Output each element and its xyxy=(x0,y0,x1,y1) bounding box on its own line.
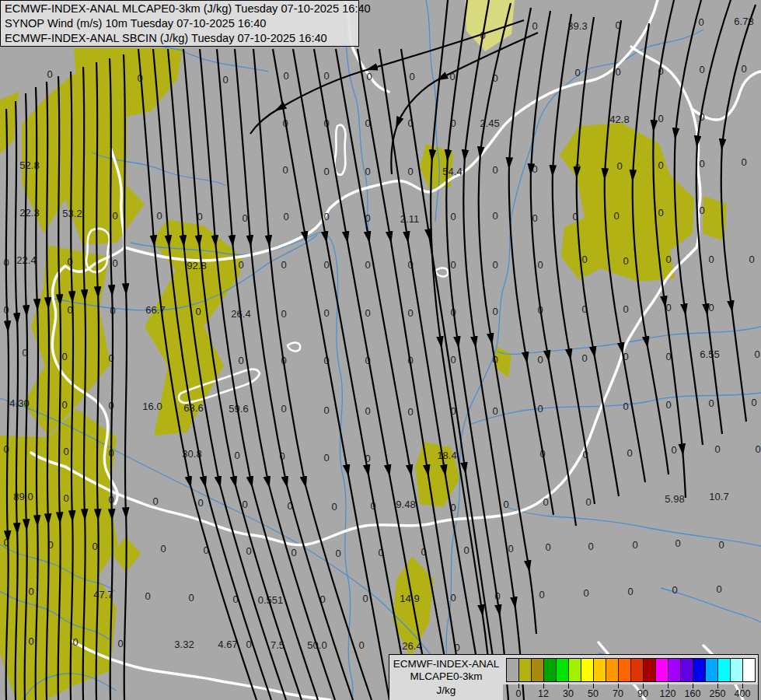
station-value-zero: 0 xyxy=(281,259,286,271)
station-value: 92.8 xyxy=(187,260,206,271)
station-value-zero: 0 xyxy=(581,352,587,364)
station-value-zero: 0 xyxy=(532,20,537,32)
station-value: 10.7 xyxy=(709,491,728,502)
station-value-zero: 0 xyxy=(156,210,162,222)
legend-color-swatch xyxy=(731,658,743,682)
legend-swatch-row xyxy=(506,658,756,681)
legend-tick-label: 120 xyxy=(660,688,676,699)
station-value-zero: 0 xyxy=(281,308,286,320)
station-value-zero: 0 xyxy=(323,452,329,464)
legend-color-swatch xyxy=(668,658,681,682)
station-value: 42.8 xyxy=(609,114,629,125)
station-value-zero: 0 xyxy=(532,163,537,175)
station-value: 2.11 xyxy=(400,213,419,225)
legend-text-panel: ECMWF-INDEX-ANAL MLCAPE0-3km J/kg xyxy=(389,655,503,700)
legend-tick-label: 400 xyxy=(735,688,751,699)
legend-tick-label: 90 xyxy=(637,688,648,699)
station-value-zero: 0 xyxy=(246,545,251,557)
station-value: 2.45 xyxy=(480,117,499,129)
station-value-zero: 0 xyxy=(61,351,67,362)
station-value-zero: 0 xyxy=(714,443,720,455)
station-value-zero: 0 xyxy=(282,164,288,176)
station-value-zero: 0 xyxy=(632,539,637,551)
station-value-zero: 0 xyxy=(335,548,340,559)
legend-color-swatch xyxy=(519,658,532,682)
legend-tick-label: 160 xyxy=(685,688,701,699)
station-value-zero: 0 xyxy=(708,397,714,409)
legend-tick-label: 50 xyxy=(588,688,599,699)
legend-tick-label: 250 xyxy=(710,688,726,699)
station-value: 18.4 xyxy=(437,450,456,461)
station-value-zero: 0 xyxy=(698,16,703,28)
legend-color-swatch xyxy=(681,658,693,682)
legend-color-swatch xyxy=(743,658,756,682)
legend-tick-label: 0 xyxy=(516,688,522,699)
station-value-zero: 0 xyxy=(63,492,68,504)
station-value-zero: 0 xyxy=(365,259,370,271)
station-value: 47.7 xyxy=(93,589,113,600)
title-line-sbcin: ECMWF-INDEX-ANAL SBCIN (J/kg) Tuesday 07… xyxy=(5,31,358,46)
station-value-zero: 0 xyxy=(749,254,754,265)
station-value-zero: 0 xyxy=(615,66,620,78)
legend-color-swatch xyxy=(693,658,706,682)
station-value: 63.6 xyxy=(183,402,203,414)
legend-color-swatch xyxy=(656,658,668,682)
station-value-zero: 0 xyxy=(63,446,68,457)
station-value-zero: 0 xyxy=(574,67,580,79)
station-value-zero: 0 xyxy=(197,497,203,509)
station-value-zero: 0 xyxy=(362,593,368,604)
station-value-zero: 0 xyxy=(358,639,364,651)
station-value-zero: 0 xyxy=(47,68,52,80)
map-title-box: ECMWF-INDEX-ANAL MLCAPE0-3km (J/kg) Tues… xyxy=(0,0,359,47)
station-value-zero: 0 xyxy=(92,541,97,552)
station-value-zero: 0 xyxy=(28,586,33,597)
station-value-zero: 0 xyxy=(741,63,746,75)
legend-model-name: ECMWF-INDEX-ANAL xyxy=(389,658,503,670)
legend-color-swatch xyxy=(606,658,619,682)
station-value-zero: 0 xyxy=(675,537,680,549)
station-value-zero: 0 xyxy=(503,499,508,510)
legend-color-swatch xyxy=(706,658,718,682)
station-value: 9.48 xyxy=(396,499,415,510)
station-value-zero: 0 xyxy=(537,354,543,366)
legend-color-swatch xyxy=(532,658,544,682)
station-value-zero: 0 xyxy=(537,259,543,271)
weather-map-viewer: 52.822.353.222.492.866.726.44.3016.063.6… xyxy=(0,0,761,700)
legend-color-swatch xyxy=(644,658,656,682)
station-value-zero: 0 xyxy=(407,406,413,418)
legend-color-swatch xyxy=(544,658,557,682)
station-value-zero: 0 xyxy=(658,113,663,124)
legend-color-swatch xyxy=(619,658,631,682)
station-value-zero: 0 xyxy=(492,405,497,417)
legend-unit-label: J/kg xyxy=(389,684,503,696)
station-value-zero: 0 xyxy=(539,589,544,600)
station-value: 14.9 xyxy=(400,593,419,604)
station-value-zero: 0 xyxy=(409,71,414,82)
station-value-zero: 0 xyxy=(699,205,704,216)
station-value-zero: 0 xyxy=(492,306,497,317)
legend-color-swatch xyxy=(506,658,519,682)
station-value-zero: 0 xyxy=(623,303,628,315)
station-value-zero: 0 xyxy=(545,541,550,553)
station-value-zero: 0 xyxy=(323,70,329,82)
station-value-zero: 0 xyxy=(323,307,329,319)
station-value-zero: 0 xyxy=(537,403,543,415)
station-value-zero: 0 xyxy=(188,592,194,604)
station-value-zero: 0 xyxy=(718,539,724,551)
station-value: 6.55 xyxy=(700,348,719,360)
station-value: 5.98 xyxy=(665,493,684,505)
station-value-zero: 0 xyxy=(613,210,619,222)
station-value-zero: 0 xyxy=(323,404,329,416)
legend-color-swatch xyxy=(569,658,581,682)
station-value-zero: 0 xyxy=(532,212,537,224)
legend-color-swatch xyxy=(631,658,644,682)
station-value-zero: 0 xyxy=(699,64,704,75)
station-value-zero: 0 xyxy=(583,587,588,599)
station-value-zero: 0 xyxy=(463,544,469,556)
station-value: 53.2 xyxy=(62,208,82,219)
station-value-zero: 0 xyxy=(658,159,663,171)
station-value-zero: 0 xyxy=(407,307,413,319)
station-value-zero: 0 xyxy=(145,590,150,602)
station-value-zero: 0 xyxy=(627,447,632,459)
station-value-zero: 0 xyxy=(508,543,513,555)
